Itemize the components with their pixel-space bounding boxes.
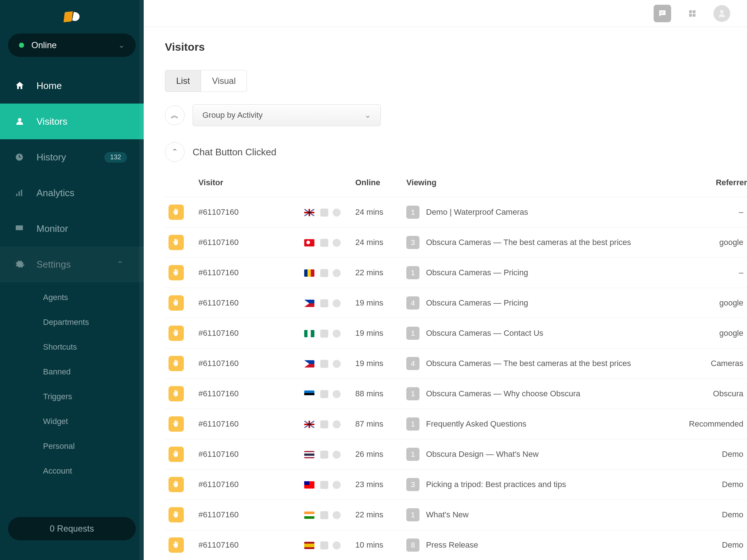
pageview-count: 1 <box>406 327 419 340</box>
col-header-referrer[interactable]: Referrer <box>685 173 747 197</box>
hand-icon <box>169 295 184 311</box>
browser-icon <box>333 269 341 277</box>
tab-visual[interactable]: Visual <box>201 70 247 92</box>
profile-avatar[interactable] <box>713 5 730 22</box>
table-row[interactable]: #61107160 26 mins 1Obscura Design — What… <box>165 439 747 470</box>
sidebar-item-visitors[interactable]: Visitors <box>0 104 144 139</box>
platform-icon <box>320 420 328 428</box>
collapse-all-button[interactable]: ︽ <box>165 105 185 125</box>
chat-button[interactable] <box>654 5 671 22</box>
pageview-count: 1 <box>406 266 419 279</box>
online-duration: 88 mins <box>352 379 403 409</box>
hand-icon <box>169 356 184 371</box>
col-header-online[interactable]: Online <box>352 173 403 197</box>
sidebar-item-monitor[interactable]: Monitor <box>0 211 144 246</box>
table-row[interactable]: #61107160 22 mins 1Obscura Cameras — Pri… <box>165 258 747 288</box>
subnav-item-widget[interactable]: Widget <box>43 409 144 434</box>
subnav-item-banned[interactable]: Banned <box>43 359 144 384</box>
status-dot-icon <box>19 43 24 48</box>
browser-icon <box>333 390 341 398</box>
sidebar-item-settings[interactable]: Settings ⌃ <box>0 246 144 282</box>
visitor-id: #61107160 <box>195 349 301 379</box>
table-row[interactable]: #61107160 23 mins 3Picking a tripod: Bes… <box>165 470 747 500</box>
sidebar: Online ⌄ Home Visitors History <box>0 0 144 560</box>
referrer-cell: Demo <box>685 500 747 530</box>
visitor-meta <box>301 470 352 500</box>
table-row[interactable]: #61107160 19 mins 4Obscura Cameras — The… <box>165 349 747 379</box>
hand-icon <box>169 386 184 401</box>
pageview-count: 4 <box>406 296 419 310</box>
table-row[interactable]: #61107160 24 mins 3Obscura Cameras — The… <box>165 228 747 258</box>
main: Visitors List Visual ︽ Group by Activity… <box>144 0 747 560</box>
table-row[interactable]: #61107160 19 mins 4Obscura Cameras — Pri… <box>165 288 747 318</box>
viewing-cell: 1Obscura Cameras — Pricing <box>403 258 685 288</box>
table-row[interactable]: #61107160 87 mins 1Frequently Asked Ques… <box>165 409 747 439</box>
subnav-item-departments[interactable]: Departments <box>43 310 144 335</box>
pageview-count: 3 <box>406 236 419 249</box>
referrer-cell: google <box>685 318 747 349</box>
group-select-label: Group by Activity <box>202 110 263 120</box>
online-duration: 22 mins <box>352 500 403 530</box>
online-duration: 19 mins <box>352 288 403 318</box>
online-duration: 24 mins <box>352 228 403 258</box>
tab-list[interactable]: List <box>165 70 201 92</box>
sidebar-item-history[interactable]: History 132 <box>0 139 144 175</box>
status-selector[interactable]: Online ⌄ <box>8 34 136 57</box>
history-icon <box>15 152 36 162</box>
chevron-up-icon: ⌃ <box>171 147 178 157</box>
viewing-cell: 4Obscura Cameras — Pricing <box>403 288 685 318</box>
table-row[interactable]: #61107160 22 mins 1What's New Demo <box>165 500 747 530</box>
table-row[interactable]: #61107160 10 mins 8Press Release Demo <box>165 530 747 560</box>
visitor-id: #61107160 <box>195 500 301 530</box>
pageview-count: 3 <box>406 478 419 491</box>
browser-icon <box>333 541 341 549</box>
table-row[interactable]: #61107160 24 mins 1Demo | Waterproof Cam… <box>165 197 747 228</box>
group-select[interactable]: Group by Activity ⌄ <box>193 104 381 126</box>
col-header-viewing[interactable]: Viewing <box>403 173 685 197</box>
section-collapse-button[interactable]: ⌃ <box>165 142 185 162</box>
subnav-item-shortcuts[interactable]: Shortcuts <box>43 335 144 359</box>
subnav-item-personal[interactable]: Personal <box>43 434 144 459</box>
sidebar-item-analytics[interactable]: Analytics <box>0 175 144 211</box>
browser-icon <box>333 360 341 368</box>
subnav-item-agents[interactable]: Agents <box>43 285 144 310</box>
viewing-cell: 1Demo | Waterproof Cameras <box>403 197 685 228</box>
requests-label: 0 Requests <box>50 524 94 534</box>
col-header-visitor[interactable]: Visitor <box>195 173 301 197</box>
table-row[interactable]: #61107160 88 mins 1Obscura Cameras — Why… <box>165 379 747 409</box>
page-title: Visitors <box>165 41 747 53</box>
requests-button[interactable]: 0 Requests <box>8 517 136 540</box>
referrer-cell: – <box>685 197 747 228</box>
referrer-cell: Cameras <box>685 349 747 379</box>
browser-icon <box>333 511 341 519</box>
pageview-count: 1 <box>406 448 419 461</box>
flag-icon <box>304 512 314 519</box>
hand-icon <box>169 265 184 280</box>
browser-icon <box>333 209 341 217</box>
viewing-cell: 3Picking a tripod: Best practices and ti… <box>403 470 685 500</box>
apps-button[interactable] <box>684 5 701 22</box>
sidebar-item-label: Visitors <box>36 116 67 127</box>
subnav-item-account[interactable]: Account <box>43 459 144 483</box>
platform-icon <box>320 481 328 489</box>
sidebar-item-home[interactable]: Home <box>0 68 144 104</box>
browser-icon <box>333 239 341 247</box>
browser-icon <box>333 420 341 428</box>
platform-icon <box>320 209 328 217</box>
flag-icon <box>304 300 314 307</box>
flag-icon <box>304 481 314 489</box>
viewing-cell: 1Frequently Asked Questions <box>403 409 685 439</box>
referrer-cell: Recommended <box>685 409 747 439</box>
platform-icon <box>320 330 328 338</box>
browser-icon <box>333 451 341 459</box>
status-label: Online <box>31 40 118 50</box>
online-duration: 19 mins <box>352 318 403 349</box>
subnav-item-triggers[interactable]: Triggers <box>43 384 144 409</box>
sidebar-item-label: Monitor <box>36 223 68 234</box>
pageview-count: 1 <box>406 387 419 400</box>
visitor-meta <box>301 500 352 530</box>
online-duration: 24 mins <box>352 197 403 228</box>
visitor-meta <box>301 288 352 318</box>
table-row[interactable]: #61107160 19 mins 1Obscura Cameras — Con… <box>165 318 747 349</box>
viewing-cell: 4Obscura Cameras — The best cameras at t… <box>403 349 685 379</box>
